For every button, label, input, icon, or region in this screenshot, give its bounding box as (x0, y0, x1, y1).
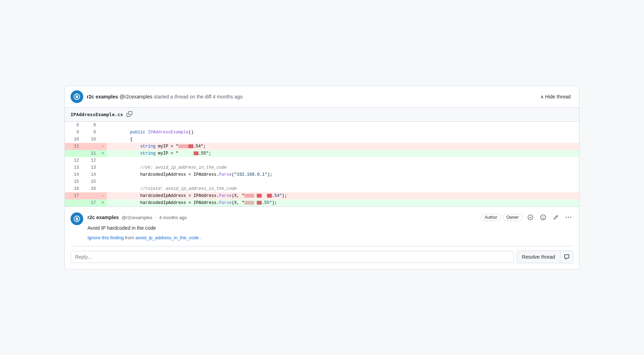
old-line-num (65, 150, 82, 157)
line-content: //ruleid: avoid_ip_address_in_the_code (107, 185, 579, 192)
line-content: hardcodedIpAddress = IPAddress.Parse("19… (107, 171, 579, 178)
comment-handle: @r2cexamples (122, 215, 152, 220)
line-content: string myIP = ".54"; (107, 143, 579, 150)
thread-meta-text: started a thread on the diff 4 months ag… (154, 94, 243, 100)
new-line-num: 8 (82, 122, 99, 129)
line-sign: - (99, 143, 107, 150)
comment-finding: Ignore this finding from avoid_ip_addres… (87, 235, 573, 240)
ignore-finding-link[interactable]: Ignore this finding (87, 235, 124, 240)
thread-header-left: r2c examples @r2cexamples started a thre… (71, 90, 243, 103)
chevron-up-icon: ∧ (540, 94, 544, 100)
table-row: 17 - hardcodedIpAddress = IPAddress.Pars… (65, 192, 579, 199)
new-line-num: 16 (82, 185, 99, 192)
file-name: IPAddressExample.cs (71, 112, 123, 117)
old-line-num: 13 (65, 164, 82, 171)
resolve-thread-icon-button[interactable] (560, 251, 573, 263)
old-line-num: 17 (65, 192, 82, 199)
emoji-reaction-button[interactable] (538, 212, 548, 222)
more-options-button[interactable] (564, 212, 573, 222)
table-row: 11 + string myIP = " .55"; (65, 150, 579, 157)
finding-rule-link[interactable]: avoid_ip_address_in_the_code (135, 235, 199, 240)
comment-block: r2c examples @r2cexamples · 4 months ago… (71, 212, 573, 240)
comment-text: Avoid IP hardcoded in the code (87, 225, 573, 231)
owner-badge: Owner (503, 214, 523, 221)
hide-thread-button[interactable]: ∧ Hide thread (537, 92, 573, 101)
thread-author: r2c examples (87, 94, 118, 100)
comment-header: r2c examples @r2cexamples · 4 months ago… (87, 212, 573, 222)
reply-area: Resolve thread (71, 246, 573, 263)
resolve-thread-button-group: Resolve thread (517, 251, 573, 263)
new-line-num (82, 143, 99, 150)
resolve-thread-main-button[interactable]: Resolve thread (517, 251, 560, 263)
svg-point-1 (76, 96, 78, 98)
hide-thread-label: Hide thread (545, 94, 571, 100)
table-row: 10 10 { (65, 136, 579, 143)
line-content (107, 157, 579, 164)
old-line-num: 8 (65, 122, 82, 129)
line-content: string myIP = " .55"; (107, 150, 579, 157)
svg-point-3 (76, 218, 78, 220)
line-content (107, 178, 579, 185)
comment-body: r2c examples @r2cexamples · 4 months ago… (87, 212, 573, 240)
author-badge: Author (481, 214, 501, 221)
comment-badges: Author Owner (481, 214, 523, 221)
diff-table: 8 8 9 9 public IPAddressExample() 10 10 (65, 122, 579, 206)
edit-comment-button[interactable] (551, 212, 561, 222)
line-content: hardcodedIpAddress = IPAddress.Parse(X, … (107, 199, 579, 206)
old-line-num: 11 (65, 143, 82, 150)
table-row: 17 + hardcodedIpAddress = IPAddress.Pars… (65, 199, 579, 206)
line-content: { (107, 136, 579, 143)
line-content: hardcodedIpAddress = IPAddress.Parse(X, … (107, 192, 579, 199)
file-header: IPAddressExample.cs (65, 108, 579, 122)
line-content: public IPAddressExample() (107, 129, 579, 136)
new-line-num: 10 (82, 136, 99, 143)
table-row: 8 8 (65, 122, 579, 129)
comment-timestamp: 4 months ago (159, 215, 187, 220)
old-line-num: 14 (65, 171, 82, 178)
line-sign (99, 178, 107, 185)
new-line-num: 14 (82, 171, 99, 178)
new-line-num: 9 (82, 129, 99, 136)
line-sign (99, 157, 107, 164)
line-sign: + (99, 199, 107, 206)
line-sign (99, 129, 107, 136)
old-line-num: 9 (65, 129, 82, 136)
line-content: //ok: avoid_ip_address_in_the_code (107, 164, 579, 171)
line-sign: + (99, 150, 107, 157)
line-sign (99, 136, 107, 143)
new-line-num: 13 (82, 164, 99, 171)
old-line-num: 15 (65, 178, 82, 185)
table-row: 12 12 (65, 157, 579, 164)
finding-period: . (200, 235, 201, 240)
old-line-num (65, 199, 82, 206)
table-row: 16 16 //ruleid: avoid_ip_address_in_the_… (65, 185, 579, 192)
table-row: 11 - string myIP = ".54"; (65, 143, 579, 150)
avatar (71, 90, 83, 103)
old-line-num: 16 (65, 185, 82, 192)
line-sign (99, 171, 107, 178)
new-line-num: 11 (82, 150, 99, 157)
thread-handle: @r2cexamples (120, 94, 153, 100)
old-line-num: 10 (65, 136, 82, 143)
table-row: 13 13 //ok: avoid_ip_address_in_the_code (65, 164, 579, 171)
thread-container: r2c examples @r2cexamples started a thre… (65, 86, 579, 269)
resolve-icon-button[interactable] (525, 212, 535, 222)
new-line-num (82, 192, 99, 199)
table-row: 9 9 public IPAddressExample() (65, 129, 579, 136)
comment-section: r2c examples @r2cexamples · 4 months ago… (65, 206, 579, 269)
thread-meta: r2c examples @r2cexamples started a thre… (87, 94, 243, 100)
comment-actions (525, 212, 573, 222)
new-line-num: 17 (82, 199, 99, 206)
table-row: 14 14 hardcodedIpAddress = IPAddress.Par… (65, 171, 579, 178)
comment-avatar (71, 212, 83, 225)
line-sign: - (99, 192, 107, 199)
copy-file-path-button[interactable] (126, 110, 133, 119)
old-line-num: 12 (65, 157, 82, 164)
line-content (107, 122, 579, 129)
line-sign (99, 122, 107, 129)
comment-author: r2c examples (87, 215, 119, 220)
reply-input[interactable] (71, 251, 514, 263)
table-row: 15 15 (65, 178, 579, 185)
comment-time: · (155, 215, 157, 220)
diff-view: 8 8 9 9 public IPAddressExample() 10 10 (65, 122, 579, 206)
